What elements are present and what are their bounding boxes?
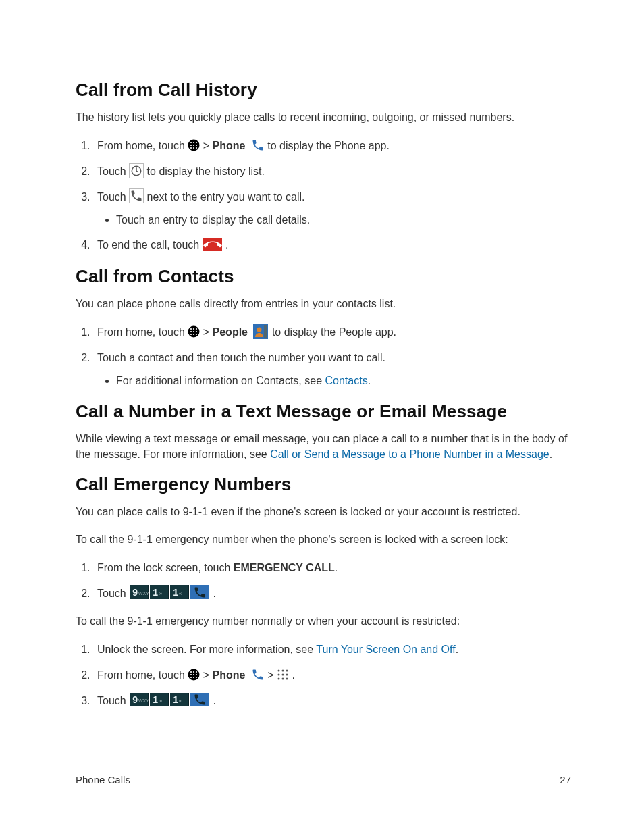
list-item: From home, touch > Phone > . (93, 667, 571, 684)
phone-label: Phone (213, 140, 246, 151)
svg-point-31 (190, 677, 192, 678)
phone-label: Phone (213, 669, 246, 681)
svg-point-17 (196, 331, 197, 332)
text: . (368, 375, 371, 386)
list-item: Touch a contact and then touch the numbe… (93, 349, 571, 390)
dialkey-9-icon: 9WXYZ (130, 585, 149, 599)
text: next to the entry you want to call. (147, 191, 305, 203)
document-page: Call from Call History The history list … (0, 0, 644, 834)
svg-point-27 (196, 671, 197, 673)
emergency-p1: You can place calls to 9-1-1 even if the… (76, 504, 571, 519)
steps-emergency-locked: From the lock screen, touch EMERGENCY CA… (76, 559, 571, 602)
dialkey-1-icon: 1∞ (170, 693, 189, 706)
dialkey-1-icon: 1∞ (170, 585, 189, 599)
heading-call-number-in-message: Call a Number in a Text Message or Email… (76, 401, 571, 422)
svg-point-26 (193, 671, 194, 673)
list-item: Touch next to the entry you want to call… (93, 188, 571, 229)
list-item: From the lock screen, touch EMERGENCY CA… (93, 559, 571, 577)
svg-point-3 (196, 142, 197, 143)
apps-grid-icon (188, 139, 200, 151)
svg-point-12 (190, 328, 192, 330)
steps-contacts: From home, touch > People to display the… (76, 323, 571, 389)
intro-contacts: You can place phone calls directly from … (76, 296, 571, 311)
svg-point-38 (282, 673, 284, 675)
contacts-link[interactable]: Contacts (325, 375, 368, 386)
text: to display the People app. (272, 326, 396, 338)
svg-point-4 (190, 145, 192, 146)
dialpad-grid-icon (277, 669, 289, 681)
svg-point-29 (193, 674, 194, 675)
svg-point-6 (196, 145, 197, 146)
text: Touch (97, 588, 129, 599)
steps-call-history: From home, touch > Phone to display the … (76, 137, 571, 253)
svg-point-13 (193, 328, 194, 330)
end-call-icon (203, 238, 222, 251)
text: To end the call, touch (97, 239, 203, 251)
phone-handset-icon (251, 138, 265, 152)
svg-point-8 (193, 147, 194, 149)
dialkey-1-icon: 1∞ (150, 585, 169, 599)
emergency-p2: To call the 9-1-1 emergency number when … (76, 532, 571, 547)
text: . (213, 588, 216, 599)
list-item: Unlock the screen. For more information,… (93, 641, 571, 658)
svg-rect-22 (264, 325, 267, 338)
text: Touch a contact and then touch the numbe… (97, 352, 385, 363)
text: . (549, 448, 552, 460)
footer-page-number: 27 (560, 774, 571, 785)
text: to display the Phone app. (267, 140, 390, 151)
svg-point-20 (196, 334, 197, 335)
svg-point-28 (190, 674, 192, 675)
text: Touch (97, 165, 129, 177)
text: . (335, 562, 338, 573)
svg-point-23 (257, 327, 262, 332)
apps-grid-icon (188, 325, 200, 338)
svg-point-34 (278, 669, 280, 671)
text: . (456, 644, 458, 655)
call-message-link[interactable]: Call or Send a Message to a Phone Number… (270, 448, 549, 460)
steps-emergency-normal: Unlock the screen. For more information,… (76, 641, 571, 709)
emergency-p3: To call the 9-1-1 emergency number norma… (76, 614, 571, 629)
svg-point-7 (190, 147, 192, 149)
text: Touch (97, 695, 129, 706)
svg-point-35 (282, 669, 284, 671)
people-app-icon (253, 324, 268, 339)
list-item: From home, touch > People to display the… (93, 323, 571, 341)
svg-point-36 (286, 669, 288, 671)
footer-section-label: Phone Calls (76, 774, 130, 785)
svg-point-32 (193, 677, 194, 678)
svg-point-16 (193, 331, 194, 332)
list-item: For additional information on Contacts, … (116, 373, 571, 389)
list-item: Touch 9WXYZ1∞1∞ . (93, 692, 571, 710)
list-item: To end the call, touch . (93, 236, 571, 254)
svg-point-1 (190, 142, 192, 143)
phone-handset-icon (251, 668, 265, 681)
intro-call-history: The history list lets you quickly place … (76, 110, 571, 125)
svg-point-42 (286, 677, 288, 679)
svg-point-18 (190, 334, 192, 335)
text: For additional information on Contacts, … (116, 375, 325, 386)
apps-grid-icon (188, 669, 200, 681)
list-item: Touch an entry to display the call detai… (116, 212, 571, 228)
list-item: Touch 9WXYZ1∞1∞ . (93, 585, 571, 602)
dialkey-9-icon: 9WXYZ (130, 693, 149, 706)
text: From the lock screen, touch (97, 562, 234, 573)
svg-point-2 (193, 142, 194, 143)
svg-point-40 (278, 677, 280, 679)
svg-point-19 (193, 334, 194, 335)
svg-point-5 (193, 145, 194, 146)
svg-point-41 (282, 677, 284, 679)
text: From home, touch (97, 326, 188, 338)
heading-call-from-contacts: Call from Contacts (76, 266, 571, 287)
screen-on-off-link[interactable]: Turn Your Screen On and Off (316, 644, 455, 655)
list-item: From home, touch > Phone to display the … (93, 137, 571, 155)
dial-call-icon (190, 585, 209, 599)
heading-call-from-call-history: Call from Call History (76, 80, 571, 101)
heading-call-emergency: Call Emergency Numbers (76, 474, 571, 495)
text: Unlock the screen. For more information,… (97, 644, 316, 655)
text: . (225, 239, 228, 251)
text: > (203, 669, 213, 681)
history-clock-icon (129, 163, 144, 178)
text: From home, touch (97, 669, 188, 681)
text: > (267, 669, 277, 681)
people-label: People (213, 326, 248, 338)
